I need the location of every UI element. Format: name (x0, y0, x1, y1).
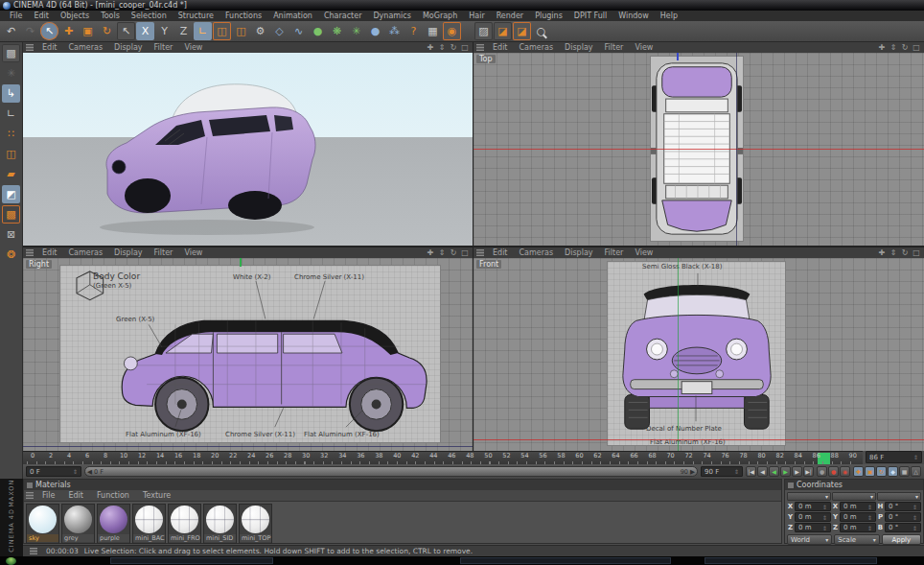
viewport-menu-item[interactable]: Filter (599, 248, 630, 257)
end-frame-field[interactable]: 90 F ⇕ (701, 466, 743, 477)
range-start-handle[interactable]: ◀ 0 F (87, 468, 104, 476)
make-editable-icon[interactable]: ▩ (2, 44, 20, 62)
viewport-menu-item[interactable]: Cameras (514, 248, 560, 257)
material-swatch[interactable]: mini_SID (203, 504, 237, 544)
material-swatch[interactable]: mini_BAC (132, 504, 166, 544)
menu-item[interactable]: Structure (173, 12, 219, 20)
viewport-menu-item[interactable]: Edit (36, 248, 63, 257)
record-rotation-toggle[interactable]: ↻ (876, 466, 887, 477)
scale-mode-select[interactable]: Scale▾ (834, 534, 879, 545)
viewport-menu-item[interactable]: Display (559, 43, 599, 52)
materials-title-bar[interactable]: Materials (24, 480, 781, 490)
rotation-field[interactable]: 0 °⇕ (885, 502, 921, 511)
previous-frame-button[interactable]: ◀ (757, 466, 768, 477)
material-swatch[interactable]: mini_TOP (239, 504, 272, 544)
menu-item[interactable]: Edit (28, 12, 55, 20)
pan-view-icon[interactable]: ✚ (877, 248, 887, 258)
preview-range-slider[interactable]: ◀ 0 F 90 ▶ (84, 466, 698, 477)
taskbar-item[interactable] (110, 557, 273, 564)
render-view-button[interactable]: ◫ (213, 22, 231, 40)
position-field[interactable]: 0 m⇕ (795, 512, 831, 522)
pan-view-icon[interactable]: ✚ (426, 43, 435, 53)
viewport-menu-item[interactable]: Edit (36, 43, 63, 52)
render-region-icon[interactable]: ◪ (494, 22, 512, 40)
move-tool-icon[interactable]: ✚ (59, 22, 78, 40)
keyframe-record-button[interactable]: ● (828, 466, 839, 477)
position-field[interactable]: 0 m⇕ (795, 502, 831, 511)
menu-item[interactable]: Tools (95, 12, 126, 20)
toggle-view-icon[interactable]: □ (460, 248, 470, 258)
display-mode-icon[interactable]: ▨ (474, 22, 493, 40)
menu-item[interactable]: Render (491, 12, 529, 20)
materials-menu-item[interactable]: File (35, 491, 61, 500)
top-scene[interactable]: Top (474, 53, 924, 246)
object-mode-icon[interactable]: ◩ (2, 185, 20, 203)
render-settings-button[interactable]: ⚙ (251, 22, 269, 40)
menu-item[interactable]: MoGraph (417, 12, 463, 20)
scale-combo[interactable]: ▾ (832, 492, 876, 501)
interactive-render-icon[interactable]: ◪ (513, 22, 531, 40)
toggle-view-icon[interactable]: □ (912, 248, 921, 258)
menu-item[interactable]: Dynamics (367, 12, 416, 20)
range-end-handle[interactable]: 90 ▶ (681, 468, 695, 476)
pan-view-icon[interactable]: ✚ (877, 43, 887, 53)
y-axis-lock-icon[interactable]: Y (155, 22, 173, 40)
coordinate-system-icon[interactable]: ∟ (194, 22, 212, 40)
scale-field[interactable]: 0 m⇕ (840, 523, 876, 532)
add-generator-button[interactable]: ● (309, 22, 327, 40)
coordinates-globe-button[interactable]: ◉ (443, 22, 461, 40)
menu-item[interactable]: Selection (126, 12, 173, 20)
stepper-icon[interactable]: ⇕ (73, 468, 78, 475)
material-swatch[interactable]: mini_FRO (168, 504, 201, 544)
viewport-menu-item[interactable]: Edit (487, 43, 514, 52)
front-scene[interactable]: Front (474, 258, 924, 451)
zoom-view-icon[interactable]: ⇕ (889, 43, 898, 53)
taskbar-item[interactable] (705, 557, 877, 564)
zoom-view-icon[interactable]: ⇕ (437, 43, 447, 53)
current-frame-field[interactable]: 86 F ⇕ (866, 451, 922, 463)
menu-item[interactable]: Objects (55, 12, 95, 20)
start-frame-field[interactable]: 0 F ⇕ (26, 466, 81, 477)
viewport-menu-icon[interactable] (26, 249, 34, 256)
snap-settings-icon[interactable]: ❂ (2, 246, 20, 264)
viewport-menu-item[interactable]: Display (108, 43, 149, 52)
pan-view-icon[interactable]: ✚ (426, 248, 435, 258)
stepper-icon[interactable]: ⇕ (913, 454, 918, 460)
viewport-menu-item[interactable]: Cameras (514, 43, 560, 52)
viewport-menu-item[interactable]: Display (108, 248, 149, 257)
rotate-view-icon[interactable]: ↻ (900, 43, 910, 53)
viewport-menu-icon[interactable] (476, 249, 484, 256)
viewport-menu-item[interactable]: Edit (487, 248, 514, 257)
content-browser-button[interactable]: ▦ (424, 22, 442, 40)
point-mode-icon[interactable]: ∷ (2, 125, 20, 143)
rotation-field[interactable]: 0 °⇕ (885, 523, 921, 532)
edge-mode-icon[interactable]: ◫ (2, 145, 20, 163)
timeline-ruler[interactable]: 0246810121416182022242628303234363840424… (23, 451, 863, 464)
viewport-menu-item[interactable]: Cameras (63, 43, 109, 52)
autokey-button[interactable]: ◉ (840, 466, 850, 477)
taskbar-item[interactable] (460, 557, 671, 564)
scale-field[interactable]: 0 m⇕ (840, 512, 876, 522)
viewport-menu-item[interactable]: Filter (149, 43, 179, 52)
polygon-mode-icon[interactable]: ▰ (2, 165, 20, 183)
windows-taskbar[interactable] (0, 556, 924, 565)
viewport-menu-icon[interactable] (26, 44, 34, 51)
position-field[interactable]: 0 m⇕ (795, 523, 831, 532)
record-parameter-toggle[interactable]: ◆ (888, 466, 898, 477)
x-axis-lock-icon[interactable]: X (136, 22, 154, 40)
z-axis-lock-icon[interactable]: Z (174, 22, 193, 40)
add-cube-button[interactable]: ◇ (270, 22, 289, 40)
viewport-menu-icon[interactable] (476, 44, 484, 51)
record-point-level-toggle[interactable]: ▦ (899, 466, 910, 477)
menu-item[interactable]: Window (612, 12, 655, 20)
material-swatch[interactable]: sky (26, 504, 59, 544)
materials-menu-item[interactable]: Edit (61, 491, 90, 500)
redo-icon[interactable]: ↷ (21, 22, 39, 40)
rotation-field[interactable]: 0 °⇕ (885, 512, 921, 522)
last-tool-icon[interactable]: ↖ (117, 22, 135, 40)
viewport-menu-item[interactable]: Filter (149, 248, 179, 257)
live-selection-tool-icon[interactable]: ↖ (40, 22, 58, 40)
materials-menu-item[interactable]: Texture (136, 491, 177, 500)
material-swatch[interactable]: purple (97, 504, 130, 544)
viewport-menu-item[interactable]: Cameras (63, 248, 109, 257)
